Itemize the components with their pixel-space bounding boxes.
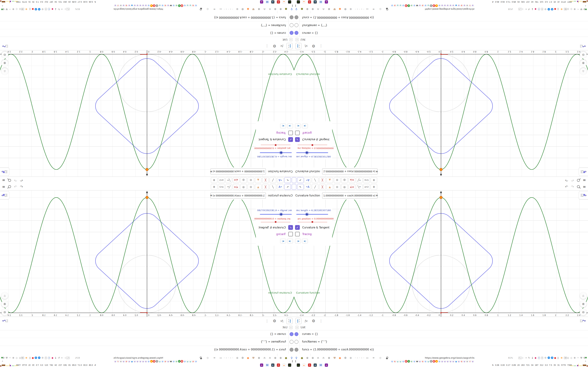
wrench-icon[interactable]: ⚒: [6, 356, 8, 359]
tab-favicon-globe[interactable]: ◍: [189, 4, 192, 7]
graph-view[interactable]: -2.4-2.2-2-1.8-1.6-1.4-1.2-1-0.8-0.6-0.4…: [0, 50, 294, 176]
arcs-icon[interactable]: ∩: [322, 356, 324, 359]
visibility-toggle[interactable]: [290, 340, 294, 344]
tab-favicon-google[interactable]: G: [402, 4, 405, 7]
arc-length-slider[interactable]: [296, 213, 328, 216]
tab-favicon-google[interactable]: G: [183, 4, 186, 7]
fx-button[interactable]: ƒx: [303, 43, 309, 49]
brush-icon[interactable]: ◆: [535, 8, 536, 11]
algebra-row-funcNames[interactable]: funcNames = {" "}: [294, 21, 588, 29]
tab-favicon-flower[interactable]: ✿: [136, 360, 139, 363]
dock-display[interactable]: ▣: [314, 364, 317, 367]
home-button[interactable]: ⌂: [1, 292, 8, 299]
wrench-icon[interactable]: ⚒: [333, 8, 336, 11]
add-icon[interactable]: +: [548, 357, 550, 359]
curvature-tangent-checkbox[interactable]: ✓: [295, 225, 300, 230]
updown-icon[interactable]: ↕: [35, 357, 37, 359]
visibility-toggle[interactable]: [290, 23, 294, 27]
globe-icon[interactable]: ⊕: [279, 356, 282, 359]
tab-favicon-flower[interactable]: ✿: [471, 4, 474, 7]
lock-icon[interactable]: [386, 8, 388, 11]
tab-favicon-globe[interactable]: ◍: [399, 360, 402, 363]
visibility-toggle[interactable]: [290, 31, 294, 35]
translate-blue-icon[interactable]: A: [48, 8, 50, 10]
arc-length-slider-thumb[interactable]: [305, 212, 309, 216]
home-button[interactable]: ⌂: [580, 68, 587, 75]
shield-icon[interactable]: ◇: [379, 356, 381, 359]
globe-gray-icon[interactable]: ⊕: [574, 356, 576, 359]
tab-favicon-google[interactable]: G: [147, 360, 150, 363]
tab-favicon-blue-dot[interactable]: ●: [455, 4, 458, 7]
collapse-button[interactable]: −: [289, 38, 293, 41]
tracing-checkbox[interactable]: [288, 232, 293, 236]
tab-favicon-orange-tile[interactable]: ■: [435, 4, 438, 7]
shield-icon[interactable]: ◇: [379, 8, 381, 11]
collapse-button[interactable]: −: [289, 326, 293, 329]
chevron-up-icon[interactable]: ∧: [585, 360, 586, 362]
tree-view-button[interactable]: [286, 43, 293, 49]
shield-gray-icon[interactable]: ◇: [571, 8, 572, 11]
tab-favicon-google[interactable]: G: [183, 360, 186, 363]
tool-button-line-tool[interactable]: ╱: [312, 184, 318, 190]
zoom-in-button[interactable]: ⊕: [1, 300, 8, 307]
map-pin-icon[interactable]: ♀: [291, 8, 293, 11]
tool-button-polygon-tool[interactable]: ▲: [255, 177, 261, 183]
tab-favicon-orange-tile[interactable]: ■: [435, 360, 438, 363]
arc-length-slider[interactable]: [296, 151, 328, 154]
graph-view[interactable]: -2.4-2.2-2-1.8-1.6-1.4-1.2-1-0.8-0.6-0.4…: [0, 191, 294, 317]
tab-favicon-yandex[interactable]: Я: [181, 4, 183, 7]
dock-firefox[interactable]: ◉: [303, 0, 306, 3]
tab-favicon-flower[interactable]: ✿: [419, 4, 421, 7]
tab-favicon-google[interactable]: G: [195, 360, 197, 363]
arc-position-slider-thumb[interactable]: [275, 144, 277, 146]
tool-button-circle-tool[interactable]: ⊙: [334, 184, 340, 190]
undo-icon[interactable]: ↶: [565, 185, 568, 189]
dock-floppy[interactable]: 64: [266, 364, 269, 367]
tab-favicon-globe[interactable]: ◍: [427, 360, 430, 363]
trash-icon[interactable]: ▯: [29, 8, 30, 11]
tab-favicon-google[interactable]: G: [410, 4, 413, 7]
graphics-stylebar-button[interactable]: [0, 191, 9, 200]
tool-button-polygon-tool[interactable]: ▲: [327, 177, 333, 183]
tool-button-perpendicular-line-tool[interactable]: ╳: [319, 184, 326, 190]
tab-favicon-google[interactable]: G: [421, 4, 424, 7]
algebra-row-funcs[interactable]: funcs = {1.000000000000 + cos(4.00000000…: [0, 13, 294, 21]
more-menu-button[interactable]: ⋮: [264, 318, 270, 324]
arc-position-slider-thumb[interactable]: [311, 221, 313, 223]
tree-view-button[interactable]: [286, 318, 293, 324]
globe-icon[interactable]: ⊕: [328, 8, 330, 11]
url-text[interactable]: https://www.geogebra.org/classic/aagcxh3…: [425, 357, 475, 359]
algebra-row-funcs[interactable]: funcs = {1.000000000000 + cos(4.00000000…: [294, 346, 588, 354]
arcs-icon[interactable]: ∩: [264, 8, 266, 11]
thumb-icon[interactable]: ☞: [577, 8, 579, 11]
arc-length-slider-thumb[interactable]: [305, 151, 309, 155]
redo-icon[interactable]: ↷: [571, 178, 574, 182]
arc-position-slider-thumb[interactable]: [311, 144, 313, 146]
tool-button-slider-tool[interactable]: a=2: [363, 177, 370, 183]
visibility-toggle[interactable]: [290, 15, 294, 19]
dock-cat[interactable]: ◉: [260, 0, 263, 3]
tab-favicon-flower[interactable]: ✿: [458, 4, 460, 7]
gear-icon[interactable]: ⚙: [242, 356, 244, 359]
shield-ud-icon[interactable]: ◇: [567, 8, 569, 11]
tab-favicon-globe[interactable]: ◍: [427, 4, 430, 7]
tab-favicon-wikipedia[interactable]: W: [416, 360, 418, 363]
zero-badge-icon[interactable]: 0: [541, 357, 543, 359]
shield-gray-icon[interactable]: ◇: [16, 8, 17, 11]
folder-icon[interactable]: ▭: [366, 356, 368, 359]
tab-favicon-flower[interactable]: ✿: [463, 4, 466, 7]
gear-wheel-icon[interactable]: ⚙: [42, 8, 43, 11]
zoom-in-button[interactable]: ⊕: [1, 60, 8, 67]
tool-button-partial-tool[interactable]: 1: [294, 177, 296, 183]
dock-firefox[interactable]: ◉: [282, 364, 285, 367]
download-icon[interactable]: ↓: [55, 8, 57, 11]
chevron-up-icon[interactable]: ∧: [2, 360, 3, 362]
firefox-icon[interactable]: ◉: [339, 8, 341, 11]
tool-button-partial-tool[interactable]: 1: [292, 184, 294, 190]
tab-favicon-flower[interactable]: ✿: [449, 4, 452, 7]
tab-favicon-flower[interactable]: ✿: [145, 4, 147, 7]
tracing-checkbox[interactable]: [295, 232, 300, 236]
tab-favicon-flower[interactable]: ✿: [419, 360, 421, 363]
tool-button-reflect-tool[interactable]: ╲•: [356, 177, 363, 183]
algebra-row-curves[interactable]: curves = {}: [294, 330, 588, 338]
